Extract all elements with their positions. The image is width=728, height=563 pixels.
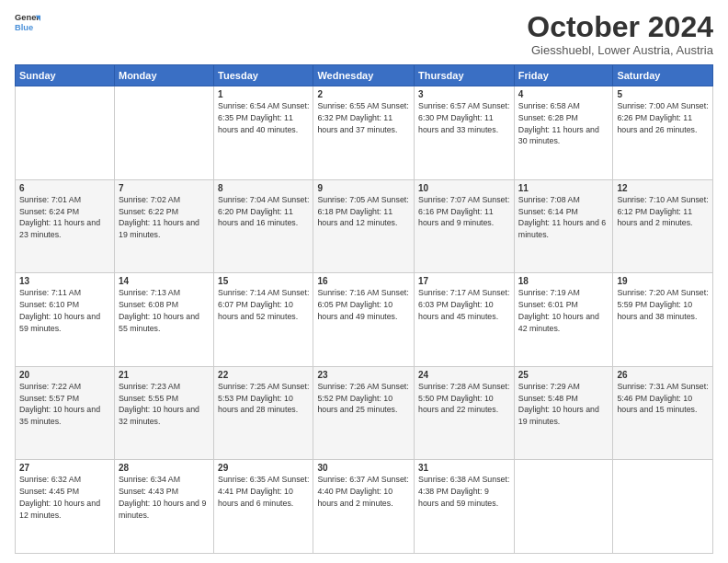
calendar-cell: 20Sunrise: 7:22 AM Sunset: 5:57 PM Dayli…	[16, 366, 115, 460]
title-block: October 2024 Giesshuebl, Lower Austria, …	[527, 11, 713, 57]
day-number: 18	[518, 276, 609, 286]
day-info: Sunrise: 7:08 AM Sunset: 6:14 PM Dayligh…	[518, 194, 609, 241]
svg-text:Blue: Blue	[15, 23, 33, 32]
day-info: Sunrise: 7:28 AM Sunset: 5:50 PM Dayligh…	[418, 381, 510, 416]
day-number: 31	[418, 463, 510, 473]
calendar-cell: 5Sunrise: 7:00 AM Sunset: 6:26 PM Daylig…	[613, 86, 713, 180]
calendar-cell: 18Sunrise: 7:19 AM Sunset: 6:01 PM Dayli…	[514, 273, 613, 367]
day-number: 2	[317, 89, 410, 99]
day-info: Sunrise: 7:02 AM Sunset: 6:22 PM Dayligh…	[119, 194, 210, 241]
day-number: 13	[19, 276, 110, 286]
calendar-cell: 4Sunrise: 6:58 AM Sunset: 6:28 PM Daylig…	[514, 86, 613, 180]
day-info: Sunrise: 7:22 AM Sunset: 5:57 PM Dayligh…	[19, 381, 110, 428]
header: General Blue October 2024 Giesshuebl, Lo…	[15, 11, 713, 57]
day-number: 20	[19, 370, 110, 380]
weekday-header: Friday	[514, 65, 613, 86]
day-info: Sunrise: 6:38 AM Sunset: 4:38 PM Dayligh…	[418, 474, 510, 509]
day-number: 22	[218, 370, 309, 380]
calendar-cell: 22Sunrise: 7:25 AM Sunset: 5:53 PM Dayli…	[214, 366, 313, 460]
day-number: 24	[418, 370, 510, 380]
day-number: 10	[418, 183, 510, 193]
day-number: 28	[119, 463, 210, 473]
day-number: 27	[19, 463, 110, 473]
day-number: 29	[218, 463, 309, 473]
weekday-header-row: SundayMondayTuesdayWednesdayThursdayFrid…	[16, 65, 713, 86]
day-number: 16	[317, 276, 410, 286]
location: Giesshuebl, Lower Austria, Austria	[527, 43, 713, 57]
calendar-cell: 1Sunrise: 6:54 AM Sunset: 6:35 PM Daylig…	[214, 86, 313, 180]
calendar-cell: 25Sunrise: 7:29 AM Sunset: 5:48 PM Dayli…	[514, 366, 613, 460]
day-info: Sunrise: 7:23 AM Sunset: 5:55 PM Dayligh…	[119, 381, 210, 428]
calendar-week-row: 27Sunrise: 6:32 AM Sunset: 4:45 PM Dayli…	[16, 460, 713, 554]
day-number: 26	[617, 370, 709, 380]
calendar-cell	[114, 86, 213, 180]
day-number: 15	[218, 276, 309, 286]
calendar-cell: 26Sunrise: 7:31 AM Sunset: 5:46 PM Dayli…	[613, 366, 713, 460]
calendar-cell: 27Sunrise: 6:32 AM Sunset: 4:45 PM Dayli…	[16, 460, 115, 554]
calendar-cell: 8Sunrise: 7:04 AM Sunset: 6:20 PM Daylig…	[214, 179, 313, 273]
month-title: October 2024	[527, 11, 713, 43]
day-number: 9	[317, 183, 410, 193]
day-info: Sunrise: 7:31 AM Sunset: 5:46 PM Dayligh…	[617, 381, 709, 416]
calendar-cell: 19Sunrise: 7:20 AM Sunset: 5:59 PM Dayli…	[613, 273, 713, 367]
calendar-cell: 2Sunrise: 6:55 AM Sunset: 6:32 PM Daylig…	[313, 86, 415, 180]
logo-icon: General Blue	[15, 11, 40, 37]
day-info: Sunrise: 6:37 AM Sunset: 4:40 PM Dayligh…	[317, 474, 410, 509]
day-info: Sunrise: 6:54 AM Sunset: 6:35 PM Dayligh…	[218, 100, 309, 135]
day-info: Sunrise: 7:20 AM Sunset: 5:59 PM Dayligh…	[617, 287, 709, 322]
calendar-cell: 14Sunrise: 7:13 AM Sunset: 6:08 PM Dayli…	[114, 273, 213, 367]
calendar-cell: 3Sunrise: 6:57 AM Sunset: 6:30 PM Daylig…	[415, 86, 515, 180]
calendar-cell: 23Sunrise: 7:26 AM Sunset: 5:52 PM Dayli…	[313, 366, 415, 460]
logo: General Blue	[15, 11, 40, 37]
day-info: Sunrise: 7:07 AM Sunset: 6:16 PM Dayligh…	[418, 194, 510, 229]
day-info: Sunrise: 7:17 AM Sunset: 6:03 PM Dayligh…	[418, 287, 510, 322]
day-number: 11	[518, 183, 609, 193]
day-number: 25	[518, 370, 609, 380]
calendar-cell: 17Sunrise: 7:17 AM Sunset: 6:03 PM Dayli…	[415, 273, 515, 367]
weekday-header: Wednesday	[313, 65, 415, 86]
day-info: Sunrise: 6:55 AM Sunset: 6:32 PM Dayligh…	[317, 100, 410, 135]
page: General Blue October 2024 Giesshuebl, Lo…	[0, 0, 728, 563]
calendar-cell	[16, 86, 115, 180]
day-info: Sunrise: 6:57 AM Sunset: 6:30 PM Dayligh…	[418, 100, 510, 135]
day-info: Sunrise: 6:34 AM Sunset: 4:43 PM Dayligh…	[119, 474, 210, 521]
weekday-header: Sunday	[16, 65, 115, 86]
day-number: 30	[317, 463, 410, 473]
weekday-header: Monday	[114, 65, 213, 86]
day-info: Sunrise: 7:19 AM Sunset: 6:01 PM Dayligh…	[518, 287, 609, 334]
day-number: 5	[617, 89, 709, 99]
day-number: 7	[119, 183, 210, 193]
calendar-cell: 29Sunrise: 6:35 AM Sunset: 4:41 PM Dayli…	[214, 460, 313, 554]
day-info: Sunrise: 7:04 AM Sunset: 6:20 PM Dayligh…	[218, 194, 309, 229]
calendar-cell: 7Sunrise: 7:02 AM Sunset: 6:22 PM Daylig…	[114, 179, 213, 273]
calendar-cell	[613, 460, 713, 554]
calendar-cell: 31Sunrise: 6:38 AM Sunset: 4:38 PM Dayli…	[415, 460, 515, 554]
day-info: Sunrise: 7:13 AM Sunset: 6:08 PM Dayligh…	[119, 287, 210, 334]
day-info: Sunrise: 7:05 AM Sunset: 6:18 PM Dayligh…	[317, 194, 410, 229]
day-number: 19	[617, 276, 709, 286]
calendar-cell: 6Sunrise: 7:01 AM Sunset: 6:24 PM Daylig…	[16, 179, 115, 273]
calendar-week-row: 6Sunrise: 7:01 AM Sunset: 6:24 PM Daylig…	[16, 179, 713, 273]
calendar-week-row: 1Sunrise: 6:54 AM Sunset: 6:35 PM Daylig…	[16, 86, 713, 180]
day-info: Sunrise: 7:01 AM Sunset: 6:24 PM Dayligh…	[19, 194, 110, 241]
day-info: Sunrise: 7:00 AM Sunset: 6:26 PM Dayligh…	[617, 100, 709, 135]
svg-text:General: General	[15, 13, 40, 22]
day-info: Sunrise: 7:29 AM Sunset: 5:48 PM Dayligh…	[518, 381, 609, 428]
day-number: 3	[418, 89, 510, 99]
calendar-cell: 10Sunrise: 7:07 AM Sunset: 6:16 PM Dayli…	[415, 179, 515, 273]
day-info: Sunrise: 7:26 AM Sunset: 5:52 PM Dayligh…	[317, 381, 410, 416]
calendar-cell: 24Sunrise: 7:28 AM Sunset: 5:50 PM Dayli…	[415, 366, 515, 460]
calendar-cell: 21Sunrise: 7:23 AM Sunset: 5:55 PM Dayli…	[114, 366, 213, 460]
day-info: Sunrise: 7:10 AM Sunset: 6:12 PM Dayligh…	[617, 194, 709, 229]
calendar-cell: 30Sunrise: 6:37 AM Sunset: 4:40 PM Dayli…	[313, 460, 415, 554]
calendar-cell: 15Sunrise: 7:14 AM Sunset: 6:07 PM Dayli…	[214, 273, 313, 367]
day-number: 21	[119, 370, 210, 380]
day-info: Sunrise: 7:25 AM Sunset: 5:53 PM Dayligh…	[218, 381, 309, 416]
day-info: Sunrise: 7:14 AM Sunset: 6:07 PM Dayligh…	[218, 287, 309, 322]
calendar-week-row: 13Sunrise: 7:11 AM Sunset: 6:10 PM Dayli…	[16, 273, 713, 367]
day-info: Sunrise: 7:11 AM Sunset: 6:10 PM Dayligh…	[19, 287, 110, 334]
calendar-table: SundayMondayTuesdayWednesdayThursdayFrid…	[15, 64, 713, 554]
calendar-cell: 28Sunrise: 6:34 AM Sunset: 4:43 PM Dayli…	[114, 460, 213, 554]
weekday-header: Saturday	[613, 65, 713, 86]
calendar-cell: 11Sunrise: 7:08 AM Sunset: 6:14 PM Dayli…	[514, 179, 613, 273]
